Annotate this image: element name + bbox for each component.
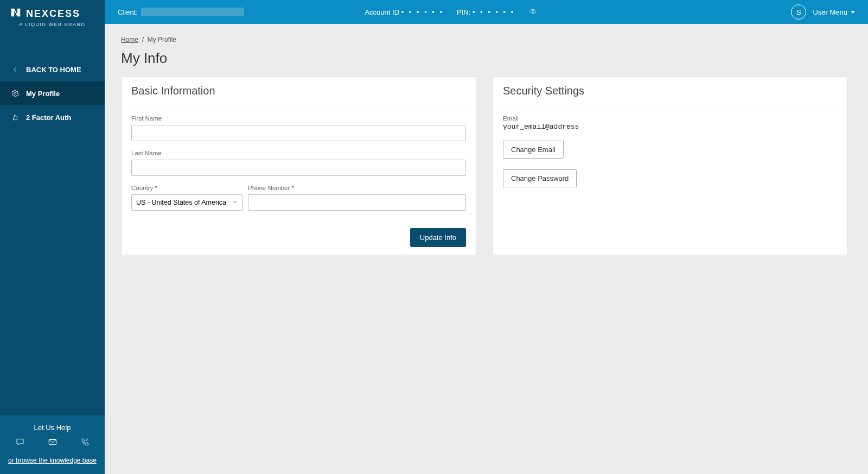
sidebar-item-label: My Profile	[26, 90, 60, 98]
sidebar-item-2fa[interactable]: 2 Factor Auth	[0, 105, 105, 129]
gear-icon	[11, 89, 20, 98]
svg-point-0	[14, 92, 16, 94]
sidebar-item-my-profile[interactable]: My Profile	[0, 81, 105, 105]
client-name-redacted	[141, 8, 244, 16]
first-name-label: First Name	[131, 115, 466, 122]
svg-rect-1	[14, 117, 17, 119]
sidebar-back-to-home[interactable]: BACK TO HOME	[0, 58, 105, 81]
topbar: Client: Account ID • • • • • • PIN: • • …	[105, 0, 868, 24]
last-name-label: Last Name	[131, 150, 466, 156]
sidebar: NEXCESS A LIQUID WEB BRAND BACK TO HOME …	[0, 0, 105, 474]
brand-subtitle: A LIQUID WEB BRAND	[10, 22, 95, 27]
page-title: My Info	[121, 50, 852, 67]
brand-logo-icon	[10, 7, 22, 21]
svg-rect-5	[49, 440, 56, 445]
main-area: Client: Account ID • • • • • • PIN: • • …	[105, 0, 868, 474]
user-menu-label: User Menu	[813, 8, 847, 16]
chevron-left-icon	[11, 65, 20, 74]
breadcrumb: Home / My Profile	[121, 36, 852, 43]
breadcrumb-current: My Profile	[148, 36, 176, 43]
mail-icon[interactable]	[47, 437, 58, 449]
last-name-input[interactable]	[131, 160, 466, 176]
content: Home / My Profile My Info Basic Informat…	[105, 24, 868, 267]
country-label: Country *	[131, 185, 242, 191]
pin: PIN: • • • • • •	[457, 8, 515, 16]
sidebar-nav: BACK TO HOME My Profile 2 Factor Auth	[0, 58, 105, 129]
security-email-value: your_email@address	[503, 123, 838, 131]
security-settings-card: Security Settings Email your_email@addre…	[493, 77, 848, 255]
phone-input[interactable]	[248, 194, 466, 211]
basic-info-card: Basic Information First Name Last Name C…	[121, 77, 476, 255]
user-menu-button[interactable]: User Menu	[813, 8, 855, 16]
sidebar-back-label: BACK TO HOME	[26, 66, 81, 74]
brand-name: NEXCESS	[26, 8, 80, 20]
caret-down-icon	[851, 11, 855, 14]
update-info-button[interactable]: Update Info	[410, 228, 466, 247]
account-id: Account ID • • • • • •	[365, 8, 444, 16]
country-select[interactable]: US - United States of America (+1)	[131, 194, 242, 211]
knowledge-base-link[interactable]: or browse the knowledge base	[5, 457, 99, 464]
client-label: Client:	[118, 8, 138, 16]
change-email-button[interactable]: Change Email	[503, 141, 564, 159]
avatar[interactable]: S	[791, 4, 806, 20]
phone-label: Phone Number *	[248, 185, 466, 191]
help-title: Let Us Help	[5, 424, 99, 432]
change-password-button[interactable]: Change Password	[503, 169, 577, 187]
reveal-eye-icon[interactable]	[528, 8, 538, 17]
security-email-label: Email	[503, 115, 838, 122]
phone-icon[interactable]	[80, 437, 91, 449]
chat-icon[interactable]	[15, 437, 25, 449]
sidebar-help-footer: Let Us Help or browse the knowledge base	[0, 415, 105, 474]
lock-icon	[11, 113, 20, 122]
brand-block: NEXCESS A LIQUID WEB BRAND	[0, 0, 105, 31]
card-header-basic: Basic Information	[122, 77, 476, 105]
first-name-input[interactable]	[131, 125, 466, 141]
sidebar-item-label: 2 Factor Auth	[26, 113, 71, 122]
card-header-security: Security Settings	[493, 77, 847, 105]
svg-point-6	[532, 10, 534, 12]
breadcrumb-home-link[interactable]: Home	[121, 36, 138, 43]
